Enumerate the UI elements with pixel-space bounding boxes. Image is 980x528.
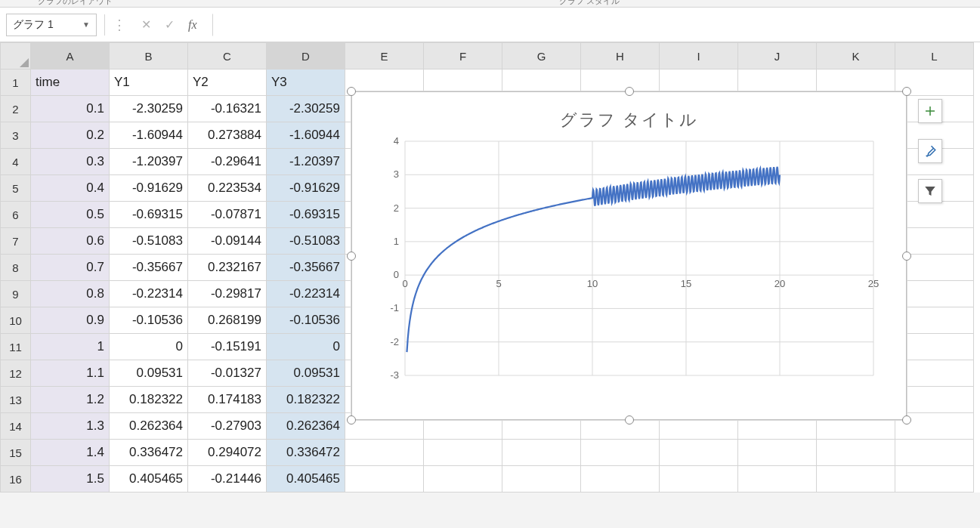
- cell-C6[interactable]: -0.07871: [188, 202, 267, 228]
- cell-B13[interactable]: 0.182322: [110, 387, 188, 413]
- enter-icon[interactable]: ✓: [165, 17, 175, 32]
- resize-handle-ne[interactable]: [902, 87, 911, 96]
- resize-handle-se[interactable]: [902, 415, 911, 425]
- chart-plot-area[interactable]: -3-2-1012340510152025: [382, 137, 883, 394]
- row-header-15[interactable]: 15: [1, 440, 31, 466]
- cell-D8[interactable]: -0.35667: [267, 255, 345, 281]
- cell-A2[interactable]: 0.1: [31, 96, 110, 122]
- cell-D7[interactable]: -0.51083: [267, 228, 345, 255]
- spreadsheet-grid[interactable]: ABCDEFGHIJKL 1timeY1Y2Y320.1-2.30259-0.1…: [0, 42, 980, 492]
- cell-B7[interactable]: -0.51083: [110, 228, 188, 255]
- cell-C14[interactable]: -0.27903: [188, 413, 267, 440]
- cell-D11[interactable]: 0: [267, 334, 345, 360]
- cell-A16[interactable]: 1.5: [31, 466, 110, 492]
- cell-B9[interactable]: -0.22314: [110, 281, 188, 307]
- cell-D12[interactable]: 0.09531: [267, 360, 345, 387]
- fx-icon[interactable]: fx: [188, 18, 197, 32]
- col-header-A[interactable]: A: [31, 43, 110, 69]
- col-header-H[interactable]: H: [581, 43, 660, 69]
- cell-D14[interactable]: 0.262364: [267, 413, 345, 440]
- formula-input[interactable]: [212, 14, 974, 36]
- cell-B5[interactable]: -0.91629: [110, 175, 188, 202]
- row-header-10[interactable]: 10: [1, 307, 31, 334]
- cell-L6[interactable]: [895, 202, 974, 228]
- cell-F15[interactable]: [424, 440, 502, 466]
- resize-handle-sw[interactable]: [347, 415, 356, 425]
- cell-C12[interactable]: -0.01327: [188, 360, 267, 387]
- cell-C1[interactable]: Y2: [188, 69, 267, 96]
- resize-handle-e[interactable]: [902, 252, 911, 261]
- col-header-J[interactable]: J: [738, 43, 817, 69]
- cell-B4[interactable]: -1.20397: [110, 149, 188, 175]
- row-header-16[interactable]: 16: [1, 466, 31, 492]
- cell-D3[interactable]: -1.60944: [267, 122, 345, 149]
- cell-D6[interactable]: -0.69315: [267, 202, 345, 228]
- cell-C3[interactable]: 0.273884: [188, 122, 267, 149]
- cell-A4[interactable]: 0.3: [31, 149, 110, 175]
- col-header-G[interactable]: G: [502, 43, 581, 69]
- chart-title[interactable]: グラフ タイトル: [352, 92, 906, 137]
- cell-C15[interactable]: 0.294072: [188, 440, 267, 466]
- cell-G15[interactable]: [502, 440, 581, 466]
- cell-J16[interactable]: [738, 466, 817, 492]
- cell-D2[interactable]: -2.30259: [267, 96, 345, 122]
- cell-D15[interactable]: 0.336472: [267, 440, 345, 466]
- cell-A15[interactable]: 1.4: [31, 440, 110, 466]
- row-header-9[interactable]: 9: [1, 281, 31, 307]
- resize-handle-n[interactable]: [625, 87, 634, 96]
- cell-L12[interactable]: [895, 360, 974, 387]
- col-header-C[interactable]: C: [188, 43, 267, 69]
- cell-D13[interactable]: 0.182322: [267, 387, 345, 413]
- cell-J15[interactable]: [738, 440, 817, 466]
- cell-A13[interactable]: 1.2: [31, 387, 110, 413]
- cell-I16[interactable]: [660, 466, 738, 492]
- row-header-6[interactable]: 6: [1, 202, 31, 228]
- cell-A12[interactable]: 1.1: [31, 360, 110, 387]
- row-header-8[interactable]: 8: [1, 255, 31, 281]
- cell-C13[interactable]: 0.174183: [188, 387, 267, 413]
- select-all-corner[interactable]: [1, 43, 31, 69]
- cell-C9[interactable]: -0.29817: [188, 281, 267, 307]
- cell-L7[interactable]: [895, 228, 974, 255]
- cell-A9[interactable]: 0.8: [31, 281, 110, 307]
- col-header-F[interactable]: F: [424, 43, 502, 69]
- cell-A14[interactable]: 1.3: [31, 413, 110, 440]
- cell-F16[interactable]: [424, 466, 502, 492]
- cell-E15[interactable]: [345, 440, 424, 466]
- row-header-7[interactable]: 7: [1, 228, 31, 255]
- col-header-B[interactable]: B: [110, 43, 188, 69]
- cell-B15[interactable]: 0.336472: [110, 440, 188, 466]
- cell-A6[interactable]: 0.5: [31, 202, 110, 228]
- row-header-3[interactable]: 3: [1, 122, 31, 149]
- cell-C7[interactable]: -0.09144: [188, 228, 267, 255]
- cell-D16[interactable]: 0.405465: [267, 466, 345, 492]
- cell-B3[interactable]: -1.60944: [110, 122, 188, 149]
- cell-B1[interactable]: Y1: [110, 69, 188, 96]
- cell-B6[interactable]: -0.69315: [110, 202, 188, 228]
- cell-E16[interactable]: [345, 466, 424, 492]
- cell-B16[interactable]: 0.405465: [110, 466, 188, 492]
- cell-D9[interactable]: -0.22314: [267, 281, 345, 307]
- col-header-E[interactable]: E: [345, 43, 424, 69]
- row-header-13[interactable]: 13: [1, 387, 31, 413]
- cell-A8[interactable]: 0.7: [31, 255, 110, 281]
- cell-D10[interactable]: -0.10536: [267, 307, 345, 334]
- row-header-5[interactable]: 5: [1, 175, 31, 202]
- row-header-14[interactable]: 14: [1, 413, 31, 440]
- cell-D1[interactable]: Y3: [267, 69, 345, 96]
- col-header-I[interactable]: I: [660, 43, 738, 69]
- cell-B11[interactable]: 0: [110, 334, 188, 360]
- cell-I15[interactable]: [660, 440, 738, 466]
- cell-K15[interactable]: [817, 440, 895, 466]
- cell-B8[interactable]: -0.35667: [110, 255, 188, 281]
- cell-D5[interactable]: -0.91629: [267, 175, 345, 202]
- cell-C2[interactable]: -0.16321: [188, 96, 267, 122]
- row-header-11[interactable]: 11: [1, 334, 31, 360]
- cell-K16[interactable]: [817, 466, 895, 492]
- cell-A1[interactable]: time: [31, 69, 110, 96]
- col-header-K[interactable]: K: [817, 43, 895, 69]
- cell-B10[interactable]: -0.10536: [110, 307, 188, 334]
- cell-L9[interactable]: [895, 281, 974, 307]
- cell-A5[interactable]: 0.4: [31, 175, 110, 202]
- cell-C5[interactable]: 0.223534: [188, 175, 267, 202]
